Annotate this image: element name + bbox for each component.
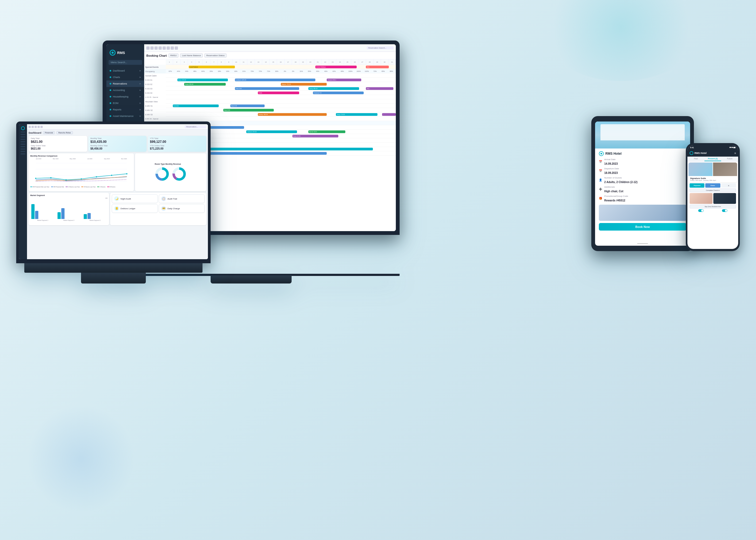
hamburger-icon[interactable]: ≡ [734,152,736,155]
row-label-11: E-MV 04 - Special [144,117,166,121]
daily-charge-btn[interactable]: 💳 Daily Charge [159,204,205,213]
bar-ps03-1[interactable]: Room 24.25 [293,135,338,137]
bar-xmas[interactable]: Xms [366,66,389,68]
bar-ss01-2[interactable]: Lombard 1325.00 [235,78,315,81]
date-23: 23 [329,60,336,65]
bar-ss04-1[interactable]: Ruble [258,91,299,94]
sidebar-item-accounting[interactable]: Accounting ▶ [106,87,144,93]
sidebar-item-asset[interactable]: Asset Maintenance ▶ [106,113,144,119]
property-filter[interactable]: RMSU [169,54,179,58]
bar-mv03-3[interactable]: ... [382,113,396,116]
stat-monthly: Monthly Total $10,435.00 Monthly Online … [88,136,147,152]
small-nav-1[interactable] [21,131,25,133]
toggle-switch-2[interactable] [722,209,727,212]
bottom-row: Market Segment 400 [29,193,206,225]
small-nav-6[interactable] [21,144,25,145]
bar-ss03-1[interactable]: Paris 9.50 [235,87,300,90]
phone: 9:41 RMS Hotel ≡ Past Present (2) Future [686,143,740,251]
date-16: 16 [277,60,284,65]
small-logo-icon [21,126,25,130]
sign-form-btn[interactable]: Sign (2ms) Disclaimer form [690,204,736,208]
guests-row: 👤 Number of Guests 2 Adults, 2 Children … [599,177,686,184]
line-chart-svg [30,160,132,185]
sidebar-dot-accounting [110,89,111,91]
payment-btn[interactable]: Payment [690,183,704,188]
bar-ss02-1[interactable]: Foster 525.00 [184,83,225,85]
chart-row-ss01: Dixon 234.00 Lombard 1325.00 Graeme 500.… [166,78,396,82]
logo-text: RMS [117,51,125,55]
small-topbar: Reservation... [27,124,208,130]
date-1: 1 [166,60,173,65]
small-nav-2[interactable] [21,134,25,135]
topbar-icon-6 [167,47,170,50]
small-nav-7[interactable] [21,146,25,147]
bar-school-holidays[interactable]: School Holidays [315,66,357,68]
departure-date-value: 18.09.2023 [604,172,618,175]
toggle-switch-1[interactable] [698,209,703,212]
debtors-ledger-btn[interactable]: 📒 Debtors Ledger [112,204,158,213]
dash-filter-financial[interactable]: Financial [43,131,55,134]
bar-ss01-1[interactable]: Dixon 234.00 [178,78,228,81]
small-nav-8[interactable] [21,149,25,150]
date-11: 11 [240,60,247,65]
dates-btn[interactable]: Dates [705,183,720,188]
date-12: 12 [247,60,255,65]
bar-ps02-1[interactable]: Jackson 204.00 [246,130,297,133]
departure-date-row: 📅 Departure Date 18.09.2023 [599,167,686,175]
bar-mv02-1[interactable]: Para 0.00 [223,109,274,111]
dash-filter-property[interactable]: Rancho Relax [57,131,72,134]
date-15: 15 [270,60,277,65]
status-filter[interactable]: Reservation Status [204,54,226,58]
bar-mv03-2[interactable]: Song c 54.00 [336,113,377,116]
phone-tab-present[interactable]: Present (2) [704,157,721,161]
bar-segment3-col2 [87,213,91,219]
small-nav-4[interactable] [21,139,25,140]
sidebar-item-eom[interactable]: EOM ▶ [106,100,144,106]
small-nav-3[interactable] [21,136,25,137]
hotel-building [600,124,685,140]
date-18: 18 [292,60,299,65]
sidebar-item-reservations[interactable]: Reservations ▶ [106,80,144,87]
sidebar-item-dashboard[interactable]: Dashboard ▶ [106,68,144,74]
bar-ss03-2[interactable]: Parley 485.00 [308,87,359,90]
sidebar-search[interactable]: Menu Search... [108,60,142,65]
bar-ss02-2[interactable]: Wagner 700.60 [281,83,327,85]
small-nav-9[interactable] [21,151,25,152]
small-search[interactable]: Reservation... [185,125,206,128]
bar-mv03-1[interactable]: Budney 480.00 [258,113,327,116]
svg-point-10 [126,173,128,175]
promo-row: 🎁 Promotional/Group Code Rewards #45512 [599,195,686,202]
small-nav-5[interactable] [21,141,25,142]
row-label-occ: Occupancy [144,69,166,73]
stats-row: Daily Total $621.00 Daily Online Total $… [29,136,206,152]
small-nav-10[interactable] [21,153,25,154]
sidebar-item-charts[interactable]: Charts ▶ [106,74,144,80]
phone-tab-future[interactable]: Future [721,157,738,161]
bar-mv01-2[interactable]: Para 0.00 [230,104,265,107]
donut-chart-card: Room Type Monthly Revenue [135,153,206,191]
phone-tab-past[interactable]: Past [688,157,704,161]
market-segment-card: Market Segment 400 [29,193,109,225]
topbar-search[interactable]: Reservation Search... [367,47,394,50]
bar-ss01-3[interactable]: Graeme 500.1 [327,78,361,81]
night-audit-btn[interactable]: 🌙 Night Audit [112,195,158,203]
bar-ps02-2[interactable]: Barrett 315.5 [308,130,345,133]
tablet-screen: RMS Hotel 📅 Arrival Date 14.09.2023 📅 De… [595,121,690,246]
sidebar-label-dashboard: Dashboard [113,69,125,72]
bar-mv01-1[interactable]: Fairchild [173,104,219,107]
audit-trail-btn[interactable]: 📋 Audit Trail [159,195,205,203]
donut-svg-2 [172,167,187,182]
balance-filter[interactable]: Last Name Balance [180,54,203,58]
bar-ss03-3[interactable]: Hau... [366,87,393,90]
mini-images-row [689,193,737,204]
sidebar-item-reports[interactable]: Reports ▶ [106,106,144,113]
bar-ss04-2[interactable]: Freeman 5.5 [313,91,363,94]
book-now-button[interactable]: Book Now [599,223,686,230]
additionals-row: ➕ Additionals High chair, Cot [599,186,686,193]
row-label-1: Sunset Cabin [144,73,166,78]
date-header: 1 2 3 4 5 6 7 8 9 10 11 [166,60,396,65]
bar-local-festival[interactable]: Local Festival [189,66,235,68]
complete-checkin-btn[interactable]: Complete Check-in [690,189,736,192]
sidebar-item-housekeeping[interactable]: Housekeeping ▶ [106,93,144,100]
close-btn[interactable]: ✕ [721,183,736,188]
